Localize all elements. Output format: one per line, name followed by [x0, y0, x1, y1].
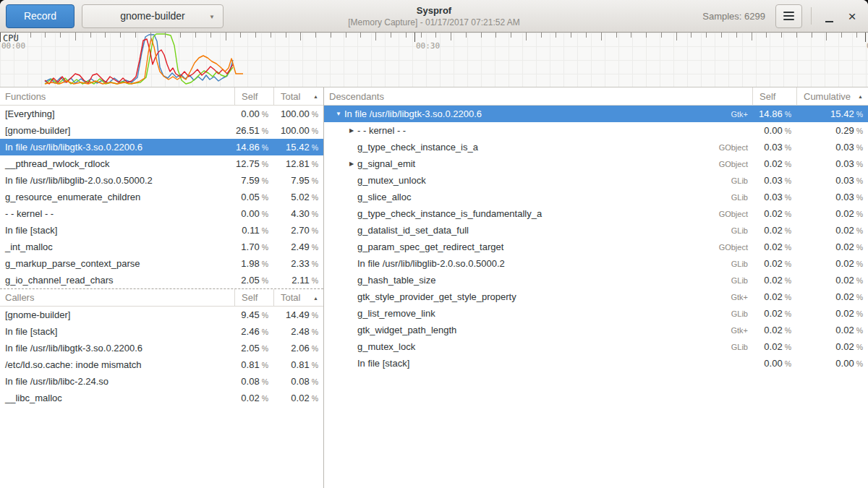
cpu-graph[interactable]: CPU 00:0000:3001:00 — [0, 33, 868, 87]
table-row[interactable]: In file /usr/lib/libgtk-3.so.0.2200.62.0… — [0, 340, 323, 356]
percent-cell: 0.02% — [796, 291, 868, 302]
window-title: Sysprof — [282, 5, 586, 16]
descendants-column-header[interactable]: Descendants — [324, 87, 752, 105]
percent-cell: 0.02% — [796, 241, 868, 252]
table-row[interactable]: g_io_channel_read_chars2.05%2.11% — [0, 272, 323, 288]
tree-row[interactable]: gtk_widget_path_lengthGtk+0.02%0.02% — [324, 322, 868, 338]
functions-self-column-header[interactable]: Self — [234, 87, 273, 105]
callers-self-column-header[interactable]: Self — [234, 289, 273, 306]
callers-table-header: Callers Self Total ▲ — [0, 288, 323, 307]
tree-row[interactable]: In file /usr/lib/libglib-2.0.so.0.5000.2… — [324, 255, 868, 272]
percent-sign: % — [856, 210, 863, 218]
percent-sign: % — [312, 210, 318, 218]
expander-expanded-icon[interactable]: ▼ — [333, 111, 344, 117]
percent-cell: 15.42% — [796, 108, 868, 119]
table-row[interactable]: __libc_malloc0.02%0.02% — [0, 390, 323, 406]
ruler-tick — [90, 33, 91, 38]
function-name-text: In file /usr/lib/libgtk-3.so.0.2200.6 — [344, 108, 482, 119]
percent-sign: % — [856, 343, 863, 351]
percent-cell: 0.81% — [234, 359, 273, 370]
ruler-tick — [406, 33, 407, 38]
record-button[interactable]: Record — [6, 4, 75, 28]
percent-sign: % — [785, 326, 791, 335]
tree-row[interactable]: ▼In file /usr/lib/libgtk-3.so.0.2200.6Gt… — [324, 106, 868, 122]
percent-sign: % — [262, 226, 268, 235]
functions-table-header: Functions Self Total ▲ — [0, 87, 323, 106]
table-row[interactable]: _int_malloc1.70%2.49% — [0, 239, 323, 255]
table-row[interactable]: In file /usr/lib/libc-2.24.so0.08%0.08% — [0, 373, 323, 390]
tree-row[interactable]: g_mutex_lockGLib0.02%0.02% — [324, 338, 868, 355]
tree-row[interactable]: g_datalist_id_set_data_fullGLib0.02%0.02… — [324, 222, 868, 239]
table-row[interactable]: [gnome-builder]9.45%14.49% — [0, 307, 323, 323]
expander-collapsed-icon[interactable]: ▶ — [346, 160, 357, 167]
percent-cell: 26.51% — [234, 125, 273, 136]
percent-sign: % — [785, 343, 791, 351]
minimize-button[interactable] — [817, 4, 841, 28]
menu-button[interactable] — [775, 4, 802, 28]
percent-cell: 0.02% — [796, 225, 868, 236]
tree-row[interactable]: g_hash_table_sizeGLib0.02%0.02% — [324, 272, 868, 288]
table-row[interactable]: - - kernel - -0.00%4.30% — [0, 205, 323, 222]
ruler-tick — [435, 33, 436, 38]
tree-row[interactable]: ▶g_signal_emitGObject0.02%0.03% — [324, 155, 868, 172]
percent-sign: % — [785, 309, 791, 318]
percent-cell: 5.02% — [273, 192, 323, 202]
tree-row[interactable]: g_param_spec_get_redirect_targetGObject0… — [324, 239, 868, 255]
percent-sign: % — [262, 260, 268, 268]
function-name: /etc/ld.so.cache: inode mismatch — [0, 356, 234, 373]
percent-sign: % — [785, 276, 791, 285]
descendants-cumulative-column-header[interactable]: Cumulative ▲ — [796, 87, 868, 105]
expander-collapsed-icon[interactable]: ▶ — [346, 127, 357, 134]
tree-row[interactable]: In file [stack]0.00%0.00% — [324, 355, 868, 372]
function-name: g_slice_allocGLib — [324, 189, 752, 205]
descendants-table: ▼In file /usr/lib/libgtk-3.so.0.2200.6Gt… — [324, 106, 868, 372]
table-row[interactable]: g_resource_enumerate_children0.05%5.02% — [0, 189, 323, 205]
tree-row[interactable]: ▶- - kernel - -0.00%0.29% — [324, 122, 868, 139]
ruler-tick — [706, 33, 707, 38]
ruler-tick — [315, 33, 316, 38]
table-row[interactable]: __pthread_rwlock_rdlock12.75%12.81% — [0, 155, 323, 172]
tree-row[interactable]: g_type_check_instance_is_aGObject0.03%0.… — [324, 139, 868, 155]
ruler-tick — [556, 33, 556, 38]
percent-cell: 0.02% — [752, 341, 796, 352]
tree-row[interactable]: g_list_remove_linkGLib0.02%0.02% — [324, 305, 868, 322]
percent-sign: % — [785, 359, 791, 368]
percent-sign: % — [785, 176, 791, 185]
tree-row[interactable]: g_slice_allocGLib0.03%0.03% — [324, 189, 868, 205]
table-row[interactable]: In file /usr/lib/libgtk-3.so.0.2200.614.… — [0, 139, 323, 155]
function-name: In file /usr/lib/libglib-2.0.so.0.5000.2… — [324, 255, 752, 272]
function-name: gtk_style_provider_get_style_propertyGtk… — [324, 288, 752, 305]
functions-total-column-header[interactable]: Total ▲ — [273, 87, 323, 105]
percent-cell: 0.08% — [234, 376, 273, 387]
sort-indicator-icon: ▲ — [313, 94, 318, 99]
table-row[interactable]: In file [stack]2.46%2.48% — [0, 323, 323, 340]
close-button[interactable]: × — [841, 4, 864, 28]
function-name: g_hash_table_sizeGLib — [324, 272, 752, 288]
library-badge: Gtk+ — [731, 326, 752, 335]
function-name-text: g_type_check_instance_is_fundamentally_a — [357, 208, 542, 219]
percent-cell: 0.02% — [796, 325, 868, 335]
percent-sign: % — [262, 210, 268, 218]
tree-row[interactable]: g_type_check_instance_is_fundamentally_a… — [324, 205, 868, 222]
table-row[interactable]: In file [stack]0.11%2.70% — [0, 222, 323, 239]
table-row[interactable]: /etc/ld.so.cache: inode mismatch0.81%0.8… — [0, 356, 323, 373]
table-row[interactable]: [Everything]0.00%100.00% — [0, 106, 323, 122]
close-icon: × — [848, 9, 856, 23]
table-row[interactable]: In file /usr/lib/libglib-2.0.so.0.5000.2… — [0, 172, 323, 189]
table-row[interactable]: [gnome-builder]26.51%100.00% — [0, 122, 323, 139]
table-row[interactable]: g_markup_parse_context_parse1.98%2.33% — [0, 255, 323, 272]
percent-sign: % — [785, 260, 791, 268]
percent-sign: % — [262, 328, 268, 336]
ruler-tick — [541, 33, 542, 38]
tree-row[interactable]: gtk_style_provider_get_style_propertyGtk… — [324, 288, 868, 305]
functions-column-header[interactable]: Functions — [0, 87, 234, 105]
descendants-self-column-header[interactable]: Self — [752, 87, 796, 105]
function-name-text: - - kernel - - — [357, 125, 406, 136]
callers-total-column-header[interactable]: Total ▲ — [273, 289, 323, 306]
tree-row[interactable]: g_mutex_unlockGLib0.03%0.03% — [324, 172, 868, 189]
percent-sign: % — [856, 359, 863, 368]
target-process-dropdown[interactable]: gnome-builder ▼ — [82, 4, 224, 28]
callers-column-header[interactable]: Callers — [0, 289, 234, 306]
percent-sign: % — [856, 309, 863, 318]
percent-sign: % — [262, 377, 268, 386]
